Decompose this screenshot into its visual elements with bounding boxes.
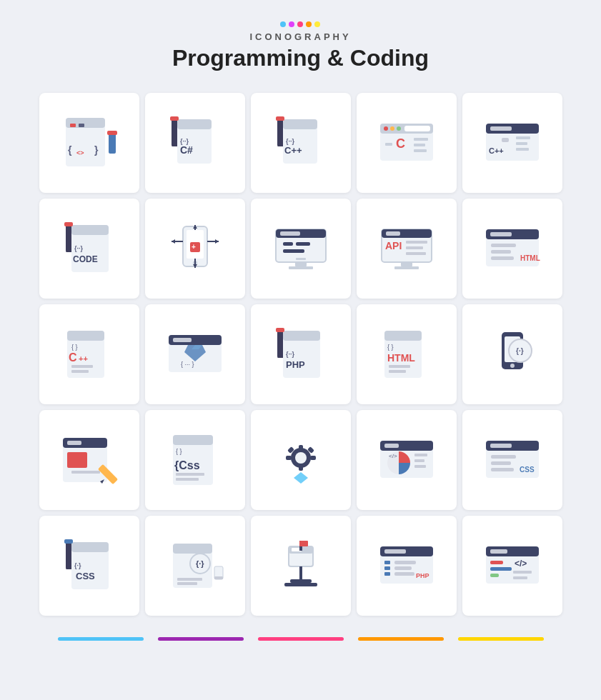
css-file-bookmark-icon: {·} CSS xyxy=(57,534,121,598)
svg-rect-2 xyxy=(70,124,76,127)
icon-card-html-code-file[interactable]: { } <> xyxy=(39,93,139,193)
svg-rect-39 xyxy=(516,136,530,139)
svg-text:HTML: HTML xyxy=(520,254,540,262)
svg-rect-108 xyxy=(384,331,422,341)
icon-card-css-document[interactable]: { } {Css xyxy=(145,410,245,510)
icon-card-cpp-file[interactable]: {··} C++ xyxy=(251,93,351,193)
svg-text:</>: </> xyxy=(389,453,397,459)
icon-card-html-window[interactable]: HTML xyxy=(462,199,562,299)
svg-text:C#: C# xyxy=(180,144,193,156)
monitor-code-icon xyxy=(269,216,333,281)
svg-rect-79 xyxy=(394,266,419,269)
svg-text:<>: <> xyxy=(76,149,84,156)
svg-rect-7 xyxy=(109,132,116,154)
web-editor-icon xyxy=(57,428,121,492)
svg-rect-184 xyxy=(394,561,416,564)
app-window-icon: { ··· } xyxy=(163,322,227,386)
icon-grid: { } <> {··} C# {··} C++ xyxy=(39,93,562,616)
svg-rect-76 xyxy=(406,246,423,249)
svg-text:{·}: {·} xyxy=(196,559,204,568)
svg-rect-69 xyxy=(295,262,307,266)
svg-text:{  }: { } xyxy=(71,344,78,351)
svg-rect-147 xyxy=(414,465,426,468)
svg-text:CODE: CODE xyxy=(73,254,98,264)
svg-rect-157 xyxy=(66,541,71,569)
icon-card-cpp-document[interactable]: { } C ++ xyxy=(39,304,139,404)
svg-text:CSS: CSS xyxy=(520,466,535,474)
mobile-code-icon: {·} xyxy=(480,322,545,386)
svg-rect-82 xyxy=(490,232,512,236)
icon-card-mobile-resize[interactable]: + xyxy=(145,199,245,299)
svg-rect-142 xyxy=(384,444,399,448)
icon-card-css-file-bookmark[interactable]: {·} CSS xyxy=(39,516,139,616)
svg-rect-129 xyxy=(176,473,204,476)
svg-rect-84 xyxy=(491,250,511,254)
icon-card-monitor-code[interactable] xyxy=(251,199,351,299)
footer-bar-3 xyxy=(258,637,344,641)
icon-card-code-doc[interactable]: {·} xyxy=(145,516,245,616)
icon-card-html-file[interactable]: { } HTML xyxy=(357,304,457,404)
icon-card-code-file[interactable]: {··} CODE xyxy=(39,199,139,299)
svg-text:{··}: {··} xyxy=(286,351,295,358)
svg-text:HTML: HTML xyxy=(387,352,415,364)
svg-rect-32 xyxy=(414,144,425,146)
icon-card-mobile-code[interactable]: {·} xyxy=(462,304,562,404)
svg-point-26 xyxy=(390,126,394,131)
svg-rect-64 xyxy=(280,231,300,236)
dot-1 xyxy=(280,21,286,27)
svg-text:{  }: { } xyxy=(387,344,394,351)
svg-rect-93 xyxy=(71,370,89,373)
icon-card-settings-code[interactable] xyxy=(251,410,351,510)
icon-card-app-window[interactable]: { ··· } xyxy=(145,304,245,404)
icon-card-api-monitor[interactable]: API xyxy=(357,199,457,299)
svg-text:{  }: { } xyxy=(176,448,182,455)
csharp-file-icon: {··} C# xyxy=(163,111,227,175)
svg-rect-182 xyxy=(384,566,390,570)
svg-text:PHP: PHP xyxy=(416,572,429,579)
svg-rect-70 xyxy=(289,266,313,269)
code-doc-icon: {·} xyxy=(163,534,227,598)
svg-point-27 xyxy=(397,126,401,131)
svg-text:C: C xyxy=(69,351,77,364)
icon-card-code-stand[interactable] xyxy=(251,516,351,616)
svg-text:C++: C++ xyxy=(489,146,504,155)
svg-text:{··}: {··} xyxy=(286,138,295,145)
icon-card-php-file[interactable]: {··} PHP xyxy=(251,304,351,404)
icon-card-php-browser[interactable]: PHP xyxy=(357,516,457,616)
footer-bars xyxy=(58,637,544,641)
icon-card-web-tags[interactable]: </> xyxy=(462,516,562,616)
svg-text:}: } xyxy=(94,144,99,156)
icon-card-css-browser[interactable]: CSS xyxy=(462,410,562,510)
svg-rect-177 xyxy=(284,583,317,586)
api-monitor-icon: API xyxy=(374,216,439,281)
css-browser-icon: CSS xyxy=(480,428,545,492)
svg-rect-83 xyxy=(491,244,516,247)
svg-text:API: API xyxy=(385,240,402,251)
svg-rect-193 xyxy=(490,574,499,577)
svg-rect-134 xyxy=(299,465,303,471)
svg-rect-175 xyxy=(299,566,302,579)
svg-text:{: { xyxy=(68,144,72,156)
svg-text:C: C xyxy=(396,136,405,151)
icon-card-cpp-browser[interactable]: C++ xyxy=(462,93,562,193)
svg-rect-122 xyxy=(71,471,100,474)
svg-rect-10 xyxy=(177,119,212,129)
code-stand-icon xyxy=(269,534,333,598)
svg-rect-166 xyxy=(177,578,202,581)
svg-rect-73 xyxy=(386,231,400,236)
svg-rect-104 xyxy=(276,328,284,332)
icon-card-c-browser[interactable]: C xyxy=(357,93,457,193)
svg-rect-153 xyxy=(491,468,514,471)
svg-rect-195 xyxy=(513,571,532,574)
svg-rect-159 xyxy=(64,539,73,544)
svg-rect-88 xyxy=(67,331,104,341)
svg-marker-139 xyxy=(294,472,308,484)
icon-card-web-code[interactable]: </> xyxy=(357,410,457,510)
svg-rect-130 xyxy=(176,478,199,481)
settings-code-icon xyxy=(269,428,333,492)
icon-card-web-editor[interactable] xyxy=(39,410,139,510)
svg-text:{·}: {·} xyxy=(516,347,524,355)
icon-card-csharp-file[interactable]: {··} C# xyxy=(145,93,245,193)
svg-rect-152 xyxy=(491,461,511,465)
svg-rect-126 xyxy=(173,435,213,445)
